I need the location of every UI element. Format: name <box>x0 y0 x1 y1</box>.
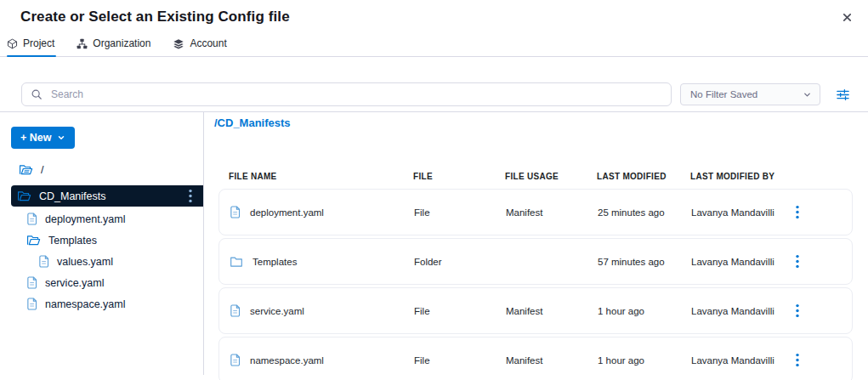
close-button[interactable] <box>838 9 856 26</box>
table-row[interactable]: namespace.yamlFileManifest1 hour agoLava… <box>218 337 853 380</box>
close-icon <box>842 13 853 26</box>
root-folder-icon <box>19 163 33 176</box>
file-tree: /CD_Manifestsdeployment.yamlTemplatesval… <box>0 159 203 315</box>
tab-organization[interactable]: Organization <box>77 37 152 56</box>
tab-account[interactable]: Account <box>173 37 228 56</box>
breadcrumb[interactable]: /CD_Manifests <box>214 116 868 129</box>
tab-project[interactable]: Project <box>7 37 56 56</box>
file-tree-sidebar: + New /CD_Manifestsdeployment.yamlTempla… <box>0 112 204 375</box>
last-modified-by-cell: Lavanya Mandavilli <box>691 257 785 267</box>
last-modified-cell: 1 hour ago <box>598 306 691 316</box>
tree-node-label: / <box>41 164 43 176</box>
tree-node-service-yaml[interactable]: service.yaml <box>0 272 203 293</box>
new-button-label: + New <box>20 132 51 144</box>
file-type-cell: File <box>414 207 506 218</box>
filter-settings-button[interactable] <box>834 86 852 104</box>
table-row[interactable]: service.yamlFileManifest1 hour agoLavany… <box>218 287 853 334</box>
hierarchy-icon <box>77 38 88 49</box>
file-browser-panel: /CD_Manifests FILE NAME FILE FILE USAGE … <box>204 112 868 375</box>
file-table: FILE NAME FILE FILE USAGE LAST MODIFIED … <box>218 172 853 380</box>
tree-node-label: namespace.yaml <box>45 298 126 310</box>
tree-node-templates[interactable]: Templates <box>0 230 203 251</box>
search-box <box>21 82 672 106</box>
sliders-icon <box>836 92 850 105</box>
file-name-cell: service.yaml <box>230 304 414 317</box>
filter-dropdown[interactable]: No Filter Saved <box>680 83 820 105</box>
tree-node-label: values.yaml <box>57 256 113 268</box>
column-header-last-modified-by: LAST MODIFIED BY <box>690 172 784 181</box>
file-icon <box>38 255 49 268</box>
file-usage-cell: Manifest <box>506 207 598 218</box>
tree-node-menu-button[interactable] <box>185 187 196 205</box>
tree-node-label: deployment.yaml <box>45 213 126 225</box>
tree-node-deployment-yaml[interactable]: deployment.yaml <box>0 208 203 230</box>
file-icon <box>26 298 37 310</box>
file-type-cell: File <box>414 306 506 316</box>
tree-node-label: CD_Manifests <box>39 190 106 202</box>
kebab-icon <box>796 308 799 320</box>
last-modified-by-cell: Lavanya Mandavilli <box>691 355 785 366</box>
chevron-down-icon <box>57 133 65 142</box>
file-name-label: namespace.yaml <box>250 355 324 366</box>
file-name-label: deployment.yaml <box>250 207 324 218</box>
kebab-icon <box>796 357 799 370</box>
file-icon <box>230 354 241 366</box>
last-modified-cell: 57 minutes ago <box>598 257 691 267</box>
file-type-cell: Folder <box>414 257 506 267</box>
cube-icon <box>7 38 18 49</box>
layers-icon <box>173 38 184 49</box>
filter-dropdown-value: No Filter Saved <box>690 89 757 99</box>
kebab-icon <box>796 258 799 271</box>
column-header-file-name: FILE NAME <box>229 172 413 181</box>
file-icon <box>230 304 241 317</box>
file-icon <box>230 206 241 218</box>
file-name-cell: namespace.yaml <box>230 354 414 366</box>
last-modified-cell: 25 minutes ago <box>598 207 691 218</box>
filter-bar: No Filter Saved <box>21 82 851 106</box>
page-title: Create or Select an Existing Config file <box>20 9 290 26</box>
tree-node-root[interactable]: / <box>0 159 203 180</box>
chevron-down-icon <box>803 90 812 99</box>
row-menu-button[interactable] <box>785 252 810 270</box>
file-type-cell: File <box>414 355 506 366</box>
modal-header: Create or Select an Existing Config file <box>0 0 868 26</box>
new-button[interactable]: + New <box>11 127 75 149</box>
table-header-row: FILE NAME FILE FILE USAGE LAST MODIFIED … <box>218 172 853 181</box>
file-name-label: service.yaml <box>250 306 304 316</box>
folder-table-icon <box>230 256 243 268</box>
search-input[interactable] <box>49 88 662 101</box>
tree-node-cd-manifests[interactable]: CD_Manifests <box>11 185 203 207</box>
file-icon <box>26 213 37 225</box>
kebab-icon <box>796 209 799 222</box>
file-name-cell: deployment.yaml <box>230 206 414 218</box>
tab-label: Organization <box>93 37 150 49</box>
last-modified-by-cell: Lavanya Mandavilli <box>691 207 785 218</box>
file-name-cell: Templates <box>230 256 414 268</box>
table-body: deployment.yamlFileManifest25 minutes ag… <box>218 189 853 380</box>
tree-node-label: Templates <box>48 235 97 247</box>
open-folder-icon <box>17 190 31 202</box>
file-usage-cell: Manifest <box>506 306 598 316</box>
content-area: + New /CD_Manifestsdeployment.yamlTempla… <box>0 112 868 375</box>
table-row[interactable]: TemplatesFolder57 minutes agoLavanya Man… <box>218 238 853 285</box>
last-modified-cell: 1 hour ago <box>598 355 691 366</box>
tab-label: Project <box>23 37 54 49</box>
table-row[interactable]: deployment.yamlFileManifest25 minutes ag… <box>218 189 853 235</box>
row-menu-button[interactable] <box>785 203 810 221</box>
tab-bar: Project Organization Account <box>0 37 868 57</box>
tree-node-label: service.yaml <box>45 277 104 289</box>
column-header-file-usage: FILE USAGE <box>505 172 597 181</box>
file-usage-cell: Manifest <box>506 355 598 366</box>
file-icon <box>26 276 37 289</box>
search-icon <box>31 88 43 100</box>
file-name-label: Templates <box>252 257 297 267</box>
column-header-last-modified: LAST MODIFIED <box>597 172 690 181</box>
tree-node-values-yaml[interactable]: values.yaml <box>0 251 203 272</box>
column-header-file: FILE <box>413 172 505 181</box>
tree-node-namespace-yaml[interactable]: namespace.yaml <box>0 293 203 315</box>
kebab-icon <box>189 193 192 206</box>
open-folder-icon <box>26 234 41 247</box>
tab-label: Account <box>190 37 226 49</box>
row-menu-button[interactable] <box>785 351 810 369</box>
row-menu-button[interactable] <box>785 302 810 320</box>
